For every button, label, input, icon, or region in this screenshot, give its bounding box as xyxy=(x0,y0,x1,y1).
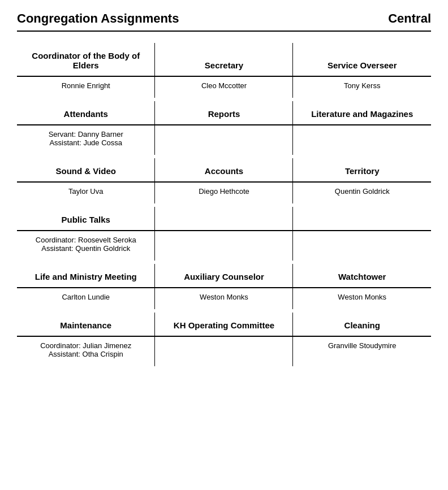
value-cell-3-1 xyxy=(155,231,293,261)
congregation-name: Central xyxy=(388,11,431,26)
header-cell-0-1: Secretary xyxy=(155,43,293,76)
value-line-3-0-1: Assistant: Quentin Goldrick xyxy=(23,244,149,253)
header-cell-5-2: Cleaning xyxy=(293,313,431,336)
value-line-5-0-1: Assistant: Otha Crispin xyxy=(23,350,149,358)
value-cell-5-2: Granville Stoudymire xyxy=(293,336,431,366)
value-line-5-0-0: Coordinator: Julian Jimenez xyxy=(23,341,149,350)
header-cell-0-2: Service Overseer xyxy=(293,43,431,76)
value-line-0-1-0: Cleo Mccotter xyxy=(161,81,287,90)
value-cell-2-2: Quentin Goldrick xyxy=(293,182,431,203)
section-value-row-4: Carlton LundieWeston MonksWeston Monks xyxy=(17,288,431,309)
value-cell-1-1 xyxy=(155,125,293,155)
header-cell-2-1: Accounts xyxy=(155,158,293,182)
section-header-row-2: Sound & VideoAccountsTerritory xyxy=(17,158,431,182)
value-cell-5-1 xyxy=(155,336,293,366)
value-cell-5-0: Coordinator: Julian JimenezAssistant: Ot… xyxy=(17,336,155,366)
section-value-row-2: Taylor UvaDiego HethcoteQuentin Goldrick xyxy=(17,182,431,203)
value-cell-4-0: Carlton Lundie xyxy=(17,288,155,309)
value-line-1-0-0: Servant: Danny Barner xyxy=(23,130,149,138)
page-header: Congregation Assignments Central xyxy=(17,11,431,32)
value-line-2-1-0: Diego Hethcote xyxy=(161,187,287,196)
value-cell-0-2: Tony Kerss xyxy=(293,76,431,98)
header-cell-1-1: Reports xyxy=(155,101,293,125)
section-header-row-0: Coordinator of the Body of EldersSecreta… xyxy=(17,43,431,76)
header-cell-2-2: Territory xyxy=(293,158,431,182)
header-cell-1-2: Literature and Magazines xyxy=(293,101,431,125)
value-cell-0-1: Cleo Mccotter xyxy=(155,76,293,98)
section-header-row-3: Public Talks xyxy=(17,207,431,231)
value-cell-3-2 xyxy=(293,231,431,261)
assignments-table: Coordinator of the Body of EldersSecreta… xyxy=(17,43,431,366)
header-cell-1-0: Attendants xyxy=(17,101,155,125)
header-cell-0-0: Coordinator of the Body of Elders xyxy=(17,43,155,76)
value-line-5-2-0: Granville Stoudymire xyxy=(299,341,425,350)
value-line-4-0-0: Carlton Lundie xyxy=(23,293,149,301)
value-line-2-2-0: Quentin Goldrick xyxy=(299,187,425,196)
section-header-row-4: Life and Ministry MeetingAuxiliary Couns… xyxy=(17,264,431,288)
header-cell-5-0: Maintenance xyxy=(17,313,155,336)
header-cell-3-0: Public Talks xyxy=(17,207,155,231)
header-cell-2-0: Sound & Video xyxy=(17,158,155,182)
value-cell-0-0: Ronnie Enright xyxy=(17,76,155,98)
value-cell-4-2: Weston Monks xyxy=(293,288,431,309)
value-line-0-0-0: Ronnie Enright xyxy=(23,81,149,90)
header-cell-3-2 xyxy=(293,207,431,231)
value-cell-1-0: Servant: Danny BarnerAssistant: Jude Cos… xyxy=(17,125,155,155)
value-line-4-2-0: Weston Monks xyxy=(299,293,425,301)
header-cell-4-2: Watchtower xyxy=(293,264,431,288)
value-cell-3-0: Coordinator: Roosevelt SerokaAssistant: … xyxy=(17,231,155,261)
header-cell-4-1: Auxiliary Counselor xyxy=(155,264,293,288)
header-cell-5-1: KH Operating Committee xyxy=(155,313,293,336)
value-line-3-0-0: Coordinator: Roosevelt Seroka xyxy=(23,236,149,244)
header-cell-3-1 xyxy=(155,207,293,231)
value-line-0-2-0: Tony Kerss xyxy=(299,81,425,90)
section-header-row-1: AttendantsReportsLiterature and Magazine… xyxy=(17,101,431,125)
value-cell-1-2 xyxy=(293,125,431,155)
value-line-4-1-0: Weston Monks xyxy=(161,293,287,301)
value-line-2-0-0: Taylor Uva xyxy=(23,187,149,196)
section-value-row-0: Ronnie EnrightCleo MccotterTony Kerss xyxy=(17,76,431,98)
page-title: Congregation Assignments xyxy=(17,11,179,26)
section-value-row-5: Coordinator: Julian JimenezAssistant: Ot… xyxy=(17,336,431,366)
value-cell-2-0: Taylor Uva xyxy=(17,182,155,203)
section-value-row-3: Coordinator: Roosevelt SerokaAssistant: … xyxy=(17,231,431,261)
section-value-row-1: Servant: Danny BarnerAssistant: Jude Cos… xyxy=(17,125,431,155)
header-cell-4-0: Life and Ministry Meeting xyxy=(17,264,155,288)
value-line-1-0-1: Assistant: Jude Cossa xyxy=(23,138,149,147)
section-header-row-5: MaintenanceKH Operating CommitteeCleanin… xyxy=(17,313,431,336)
value-cell-4-1: Weston Monks xyxy=(155,288,293,309)
value-cell-2-1: Diego Hethcote xyxy=(155,182,293,203)
